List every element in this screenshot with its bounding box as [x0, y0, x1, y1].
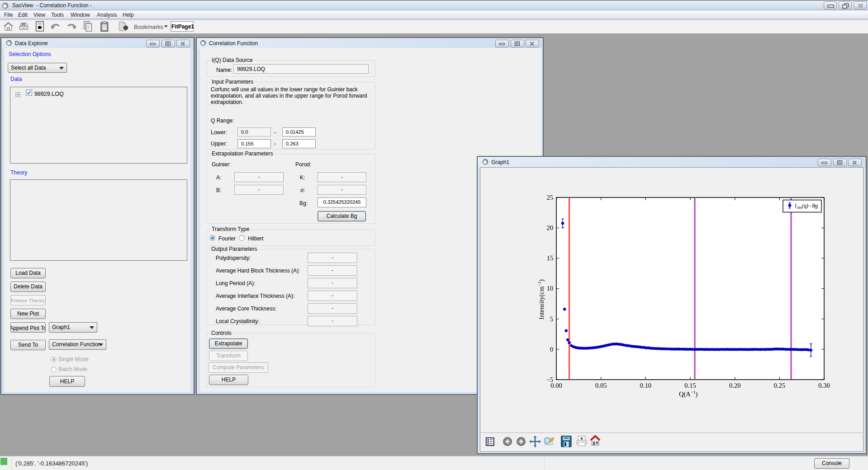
- svg-text:0.30: 0.30: [818, 382, 830, 389]
- svg-text:10: 10: [547, 285, 554, 292]
- svg-text:Intensity(cm−1): Intensity(cm−1): [537, 279, 545, 320]
- svg-text:0: 0: [550, 346, 553, 353]
- svg-text:0.20: 0.20: [729, 382, 740, 389]
- svg-text:0.10: 0.10: [640, 382, 651, 389]
- svg-text:15: 15: [547, 254, 554, 262]
- svg-text:25: 25: [547, 194, 554, 201]
- svg-text:20: 20: [547, 224, 554, 231]
- svg-text:−5: −5: [546, 376, 553, 383]
- svg-text:5: 5: [550, 315, 553, 323]
- svg-text:Q(A−1): Q(A−1): [679, 390, 697, 398]
- svg-text:0.05: 0.05: [595, 382, 607, 389]
- svg-text:0.25: 0.25: [774, 382, 785, 389]
- svg-text:0.15: 0.15: [684, 382, 696, 389]
